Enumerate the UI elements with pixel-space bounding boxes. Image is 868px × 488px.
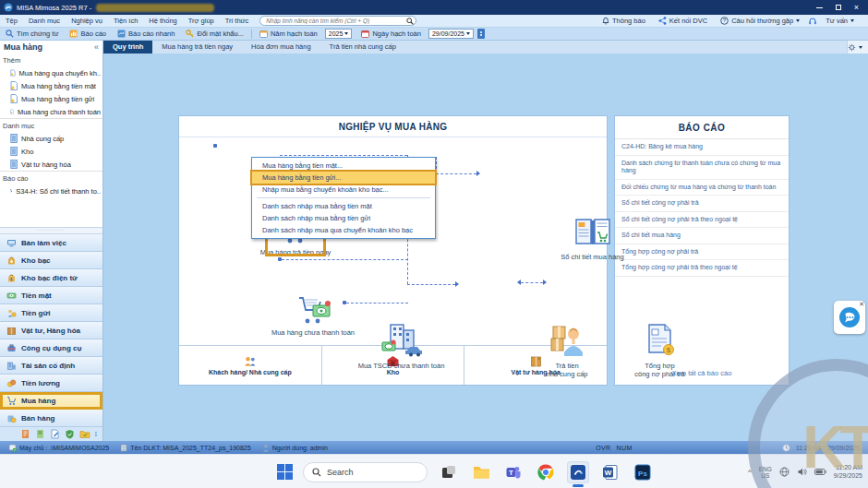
find-voucher-button[interactable]: Tìm chứng từ — [0, 28, 64, 41]
taskbar-clock[interactable]: 11:20 AM 9/29/2025 — [834, 464, 862, 480]
faq-button[interactable]: ? Câu hỏi thường gặp — [716, 17, 804, 25]
posting-date-select[interactable]: 29/09/2025 — [428, 29, 474, 39]
menu-tep[interactable]: Tệp — [0, 15, 23, 28]
photoshop-button[interactable]: Ps — [632, 461, 654, 483]
notifications-button[interactable]: Thông báo — [597, 17, 650, 25]
menu-item-mua-hang-tien-gui[interactable]: Mua hàng bằng tiền gửi... — [252, 172, 435, 184]
tab-tra-tien-nha-cung-cap[interactable]: Trả tiền nhà cung cấp — [320, 41, 405, 54]
maximize-button[interactable] — [836, 5, 841, 10]
flow-connector — [213, 144, 217, 148]
more-icons-button[interactable]: ⁞ — [95, 430, 97, 438]
tree-section-danh-muc: Danh mục — [0, 118, 102, 132]
tab-hoa-don-mua-hang[interactable]: Hóa đơn mua hàng — [242, 41, 320, 54]
tree-item[interactable]: Mua hàng chưa thanh toán — [0, 105, 102, 118]
tree-item[interactable]: S34-H: Sổ chi tiết thanh to.. — [0, 184, 102, 197]
tray-expand-button[interactable]: ^ — [748, 468, 752, 476]
chrome-button[interactable] — [535, 461, 557, 483]
sidebar-collapse-button[interactable]: « — [94, 42, 99, 52]
tree-item[interactable]: Mua hàng qua chuyển kh.. — [0, 66, 102, 79]
menu-tien-ich[interactable]: Tiện ích — [108, 15, 143, 28]
report-link[interactable]: Tổng hợp công nợ phải trả theo ngoại tệ — [615, 260, 789, 277]
sidebar-item-vat-tu-hang-hoa[interactable]: Vật tư, Hàng hóa — [0, 322, 102, 339]
report-document-icon — [10, 186, 12, 196]
menu-item-nhap-mua-chuyen-khoan[interactable]: Nhập mua bằng chuyển khoản kho bạc... — [252, 184, 435, 196]
misa-app-button[interactable] — [567, 461, 589, 483]
sidebar-item-tai-san-co-dinh[interactable]: Tài sản cố định — [0, 357, 102, 375]
tree-item[interactable]: Nhà cung cấp — [0, 132, 102, 145]
footer-customers-suppliers[interactable]: Khách hàng/ Nhà cung cấp — [179, 346, 322, 385]
report-link[interactable]: Đối chiếu chứng từ mua hàng và chứng từ … — [615, 180, 789, 196]
report-link[interactable]: Sổ chi tiết công nợ phải trả — [615, 196, 789, 212]
menu-item-mua-hang-tien-mat[interactable]: Mua hàng bằng tiền mặt... — [252, 160, 435, 172]
sidebar-item-tien-mat[interactable]: Tiền mặt — [0, 287, 102, 304]
dvc-connect-button[interactable]: Kết nối DVC — [654, 17, 712, 25]
report-button[interactable]: Báo cáo — [64, 28, 112, 41]
invoice-icon[interactable] — [20, 429, 30, 439]
file-explorer-button[interactable] — [470, 461, 492, 483]
menu-nghiep-vu[interactable]: Nghiệp vụ — [66, 15, 108, 28]
language-switcher[interactable]: ENG US — [759, 466, 772, 479]
tree-item[interactable]: Vật tư hàng hóa — [0, 158, 102, 171]
workspace-icon — [6, 238, 17, 248]
taskbar-search[interactable]: Search — [303, 462, 428, 482]
menu-item-ds-tien-mat[interactable]: Danh sách nhập mua bằng tiền mặt — [252, 200, 435, 212]
search-icon — [312, 468, 321, 477]
word-icon: W — [602, 464, 619, 481]
note-icon[interactable] — [35, 429, 45, 439]
menu-item-ds-tien-gui[interactable]: Danh sách nhập mua bằng tiền gửi — [252, 212, 435, 224]
menu-tro-giup[interactable]: Trợ giúp — [183, 15, 220, 28]
menu-tri-thuc[interactable]: Tri thức — [220, 15, 255, 28]
tree-item[interactable]: Mua hàng bằng tiền gửi — [0, 92, 102, 105]
chat-support-widget[interactable]: ✕ — [834, 301, 865, 334]
change-password-button[interactable]: Đổi mật khẩu... — [180, 28, 248, 41]
node-debt-summary[interactable]: $ Tổng hợp công nợ phải trả — [611, 323, 708, 378]
node-pay-supplier[interactable]: Trả tiền nhà cung cấp — [521, 321, 613, 378]
tree-item[interactable]: Mua hàng bằng tiền mặt — [0, 79, 102, 92]
reports-title: BÁO CÁO — [615, 116, 789, 139]
sidebar-splitter[interactable]: ·········· — [0, 228, 102, 234]
start-button[interactable] — [277, 464, 293, 480]
tab-quy-trinh[interactable]: Quy trình — [103, 41, 152, 54]
report-icon — [69, 30, 78, 38]
volume-icon[interactable] — [797, 467, 807, 477]
edit-document-icon[interactable] — [50, 429, 60, 439]
headset-icon[interactable] — [808, 17, 817, 26]
sidebar-item-tien-luong[interactable]: Tiền lương — [0, 375, 102, 392]
menu-item-ds-chuyen-khoan[interactable]: Danh sách nhập mua qua chuyển khoản kho … — [252, 224, 435, 236]
quick-report-button[interactable]: Báo cáo nhanh — [112, 28, 180, 41]
toolbar-overflow-button[interactable] — [477, 29, 485, 39]
node-asset-purchase-unpaid[interactable]: Mua TSCĐ chưa thanh toán — [334, 321, 468, 370]
feature-search-input[interactable] — [259, 16, 416, 26]
word-button[interactable]: W — [599, 461, 621, 483]
network-icon[interactable] — [779, 467, 790, 477]
tab-options-button[interactable] — [847, 41, 868, 54]
task-view-button[interactable] — [438, 461, 460, 483]
report-link[interactable]: C24-HD: Bảng kê mua hàng — [615, 139, 789, 156]
teams-button[interactable]: T — [502, 461, 524, 483]
minimize-button[interactable] — [816, 7, 823, 8]
sidebar-item-kho-bac[interactable]: Kho bạc — [0, 252, 102, 269]
cart-money-badge-icon — [295, 295, 332, 325]
chrome-icon — [537, 464, 554, 481]
tab-mua-hang-tra-tien-ngay[interactable]: Mua hàng trả tiền ngay — [152, 41, 242, 54]
report-link[interactable]: Danh sách chứng từ thanh toán chưa có ch… — [615, 156, 789, 180]
sales-icon — [6, 413, 17, 423]
folder-check-icon[interactable] — [79, 429, 90, 439]
menu-he-thong[interactable]: Hệ thống — [143, 15, 182, 28]
battery-icon[interactable] — [814, 468, 826, 476]
node-purchase-detail-book[interactable]: Sổ chi tiết mua hàng — [539, 216, 645, 261]
close-icon[interactable]: ✕ — [859, 301, 864, 308]
close-button[interactable]: × — [854, 4, 859, 12]
sidebar-item-mua-hang[interactable]: Mua hàng — [0, 392, 102, 410]
sidebar-item-tien-gui[interactable]: Tiền gửi — [0, 304, 102, 322]
sidebar-item-ban-lam-viec[interactable]: Bàn làm việc — [0, 234, 102, 252]
shield-check-icon[interactable] — [65, 429, 75, 439]
advisory-button[interactable]: Tư vấn — [821, 17, 859, 25]
fiscal-year-select[interactable]: 2025 — [325, 29, 353, 39]
menu-danh-muc[interactable]: Danh mục — [23, 15, 66, 28]
sidebar-item-cong-cu-dung-cu[interactable]: Công cụ dụng cụ — [0, 339, 102, 357]
tree-item[interactable]: Kho — [0, 145, 102, 158]
sidebar-item-ban-hang[interactable]: Bán hàng — [0, 410, 102, 427]
dvc-share-icon — [658, 17, 667, 25]
sidebar-item-kho-bac-dien-tu[interactable]: Kho bạc điện tử — [0, 269, 102, 287]
